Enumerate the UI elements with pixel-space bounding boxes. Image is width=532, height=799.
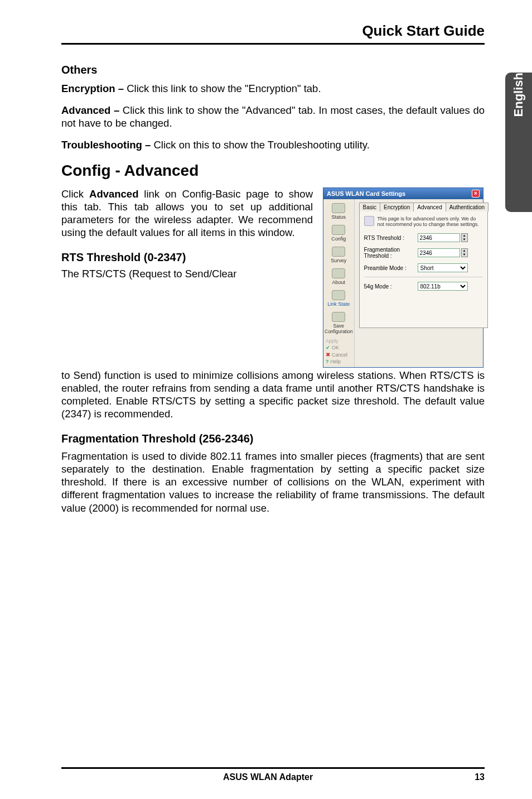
encryption-text: Click this link to show the "Encryption"… [127, 83, 321, 94]
sidebar-item-status[interactable]: Status [323, 201, 354, 223]
encryption-label: Encryption – [61, 83, 127, 94]
hint-row: This page is for advanced users only. We… [364, 216, 483, 228]
tab-basic[interactable]: Basic [359, 203, 380, 211]
sidebar-item-about[interactable]: About [323, 267, 354, 288]
row-rts: RTS Threshold : ▲▼ [364, 233, 483, 242]
apply-label: Apply [326, 338, 338, 344]
sidebar-item-config[interactable]: Config [323, 223, 354, 245]
advanced-paragraph: Advanced – Click this link to show the "… [61, 104, 485, 129]
dialog-titlebar: ASUS WLAN Card Settings × [323, 188, 483, 199]
section-divider [364, 277, 483, 277]
preamble-select[interactable]: Short [418, 263, 468, 272]
ok-button[interactable]: OK [323, 344, 354, 351]
survey-icon [332, 247, 345, 257]
sidebar-label-save: Save Configuration [325, 323, 353, 334]
dialog-title-text: ASUS WLAN Card Settings [327, 190, 405, 197]
asus-wlan-settings-dialog: ASUS WLAN Card Settings × Status Config … [323, 187, 483, 368]
sidebar-label-linkstate: Link State [327, 301, 350, 307]
troubleshooting-text: Click on this to show the Troubleshootin… [153, 139, 369, 151]
page-footer: ASUS WLAN Adapter 13 [0, 767, 532, 782]
sidebar-label-survey: Survey [331, 258, 346, 263]
sidebar-label-status: Status [332, 214, 346, 220]
sidebar-item-survey[interactable]: Survey [323, 245, 354, 267]
others-heading: Others [61, 64, 485, 76]
tab-pane-advanced: This page is for advanced users only. We… [359, 211, 489, 328]
help-label: Help [331, 359, 341, 364]
tab-encryption[interactable]: Encryption [380, 203, 414, 211]
close-icon[interactable]: × [472, 190, 480, 198]
row-preamble: Preamble Mode : Short [364, 263, 483, 272]
row-mode: 54g Mode : 802.11b [364, 282, 483, 291]
dialog-tabs: Basic Encryption Advanced Authentication [359, 203, 489, 211]
info-icon [364, 216, 374, 226]
config-advanced-heading: Config - Advanced [61, 162, 485, 180]
apply-button[interactable]: Apply [323, 338, 354, 344]
troubleshooting-label: Troubleshooting – [61, 139, 153, 151]
troubleshooting-paragraph: Troubleshooting – Click on this to show … [61, 138, 485, 151]
rts-threshold-heading: RTS Threshold (0-2347) [61, 251, 313, 264]
language-side-tab: English [505, 73, 532, 212]
row-frag: Fragmentation Threshold : ▲▼ [364, 247, 483, 259]
page-number: 13 [475, 772, 485, 782]
tab-advanced[interactable]: Advanced [413, 203, 446, 211]
advanced-label: Advanced – [61, 104, 123, 116]
tab-authentication[interactable]: Authentication [446, 203, 489, 211]
save-icon [332, 312, 345, 322]
advanced-text: Click this link to show the "Advanced" t… [61, 104, 485, 129]
frag-heading: Fragmentation Threshold (256-2346) [61, 432, 485, 445]
sidebar-label-about: About [332, 280, 346, 285]
hint-text: This page is for advanced users only. We… [378, 216, 483, 228]
ok-label: OK [332, 345, 339, 350]
sidebar-item-linkstate[interactable]: Link State [323, 288, 354, 310]
sidebar-item-save[interactable]: Save Configuration [323, 310, 354, 338]
frag-field-label: Fragmentation Threshold : [364, 247, 418, 259]
config-intro-b: Advanced [89, 188, 138, 200]
cancel-button[interactable]: Cancel [323, 351, 354, 358]
rts-field[interactable] [418, 233, 460, 242]
dialog-sidebar: Status Config Survey About Link State Sa… [323, 199, 355, 367]
mode-select[interactable]: 802.11b [418, 282, 468, 291]
header-bar: Quick Start Guide [61, 22, 485, 45]
page-header-title: Quick Start Guide [61, 22, 485, 40]
rts-stepper[interactable]: ▲▼ [461, 233, 468, 242]
rts-field-label: RTS Threshold : [364, 235, 418, 241]
mode-field-label: 54g Mode : [364, 283, 418, 290]
rts-lead-line: The RTS/CTS (Request to Send/Clear [61, 267, 313, 280]
status-icon [332, 203, 345, 213]
footer-title: ASUS WLAN Adapter [223, 772, 313, 782]
preamble-field-label: Preamble Mode : [364, 265, 418, 271]
config-intro-a: Click [61, 188, 89, 200]
frag-body: Fragmentation is used to divide 802.11 f… [61, 450, 485, 514]
config-intro: Click Advanced link on Config-Basic page… [61, 187, 313, 239]
frag-stepper[interactable]: ▲▼ [461, 248, 468, 257]
frag-field[interactable] [418, 248, 460, 257]
sidebar-label-config: Config [331, 236, 346, 242]
about-icon [332, 268, 345, 278]
rts-body: to Send) function is used to minimize co… [61, 369, 485, 421]
encryption-paragraph: Encryption – Click this link to show the… [61, 82, 485, 95]
dialog-main: Basic Encryption Advanced Authentication… [355, 199, 493, 367]
cancel-label: Cancel [332, 352, 347, 358]
linkstate-icon [332, 290, 345, 300]
help-button[interactable]: Help [323, 358, 354, 365]
config-icon [332, 225, 345, 235]
language-label: English [511, 73, 526, 127]
